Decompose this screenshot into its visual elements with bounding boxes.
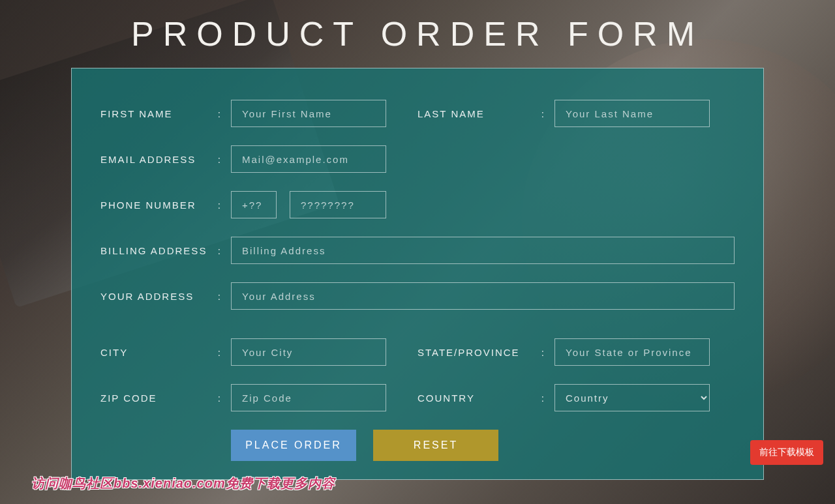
state-label: STATE/PROVINCE : [418,347,554,358]
label-colon: : [218,393,222,404]
label-colon: : [218,291,222,302]
email-label: EMAIL ADDRESS : [100,154,231,165]
last-name-input[interactable] [554,100,710,127]
page-title: PRODUCT ORDER FORM [0,0,835,60]
first-name-input[interactable] [231,100,386,127]
phone-number-input[interactable] [290,191,386,218]
phone-label-text: PHONE NUMBER [100,200,196,211]
city-input[interactable] [231,338,386,366]
label-colon: : [218,154,222,165]
order-form-panel: FIRST NAME : LAST NAME : EMAIL ADDRESS :… [71,68,764,480]
label-colon: : [218,108,222,119]
your-address-label: YOUR ADDRESS : [100,291,231,302]
billing-address-label-text: BILLING ADDRESS [100,245,207,256]
email-input[interactable] [231,145,386,173]
phone-label: PHONE NUMBER : [100,200,231,211]
first-name-label-text: FIRST NAME [100,108,173,119]
state-label-text: STATE/PROVINCE [418,347,520,358]
label-colon: : [541,393,545,404]
zip-input[interactable] [231,384,386,411]
country-label-text: COUNTRY [418,393,475,404]
label-colon: : [218,245,222,256]
place-order-button[interactable]: PLACE ORDER [231,430,356,461]
billing-address-label: BILLING ADDRESS : [100,245,231,256]
label-colon: : [541,347,545,358]
city-label-text: CITY [100,347,128,358]
last-name-label-text: LAST NAME [418,108,485,119]
your-address-input[interactable] [231,282,735,310]
label-colon: : [218,200,222,211]
download-template-button[interactable]: 前往下载模板 [750,440,823,465]
your-address-label-text: YOUR ADDRESS [100,291,194,302]
zip-label-text: ZIP CODE [100,393,157,404]
form-buttons: PLACE ORDER RESET [100,430,735,461]
country-select[interactable]: Country [554,384,710,411]
first-name-label: FIRST NAME : [100,108,231,119]
label-colon: : [218,347,222,358]
email-label-text: EMAIL ADDRESS [100,154,196,165]
state-input[interactable] [554,338,710,366]
watermark-text: 访问咖鸟社区bbs.xieniao.com免费下载更多内容 [31,475,335,492]
zip-label: ZIP CODE : [100,393,231,404]
country-label: COUNTRY : [418,393,554,404]
label-colon: : [541,108,545,119]
reset-button[interactable]: RESET [373,430,498,461]
phone-country-code-input[interactable] [231,191,277,218]
last-name-label: LAST NAME : [418,108,554,119]
billing-address-input[interactable] [231,237,735,264]
city-label: CITY : [100,347,231,358]
